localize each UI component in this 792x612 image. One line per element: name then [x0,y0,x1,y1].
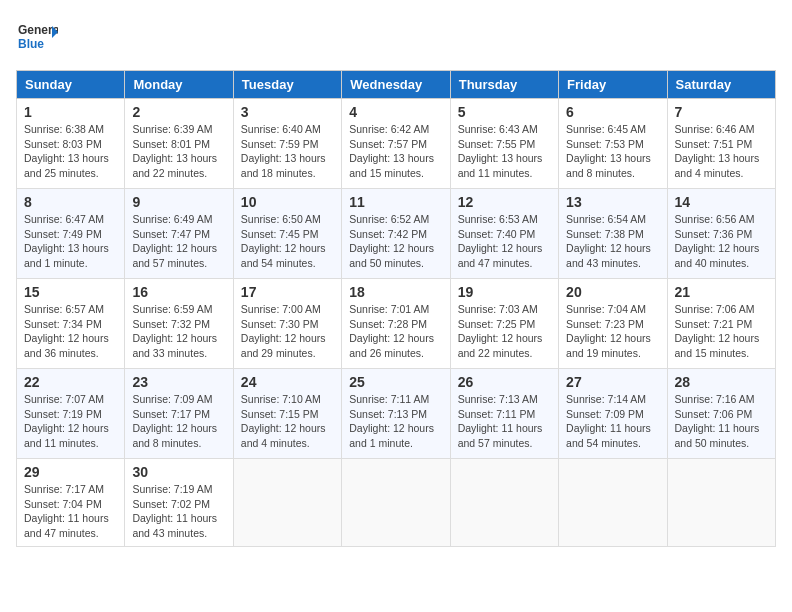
day-content: Sunrise: 6:45 AMSunset: 7:53 PMDaylight:… [566,123,651,179]
calendar-week-row: 22Sunrise: 7:07 AMSunset: 7:19 PMDayligh… [17,369,776,459]
calendar-cell: 19Sunrise: 7:03 AMSunset: 7:25 PMDayligh… [450,279,558,369]
page-header: General Blue [16,16,776,58]
day-content: Sunrise: 7:01 AMSunset: 7:28 PMDaylight:… [349,303,434,359]
day-content: Sunrise: 6:56 AMSunset: 7:36 PMDaylight:… [675,213,760,269]
calendar-cell: 26Sunrise: 7:13 AMSunset: 7:11 PMDayligh… [450,369,558,459]
calendar-cell [559,459,667,547]
calendar-cell: 5Sunrise: 6:43 AMSunset: 7:55 PMDaylight… [450,99,558,189]
day-content: Sunrise: 7:03 AMSunset: 7:25 PMDaylight:… [458,303,543,359]
calendar-cell: 4Sunrise: 6:42 AMSunset: 7:57 PMDaylight… [342,99,450,189]
day-content: Sunrise: 7:14 AMSunset: 7:09 PMDaylight:… [566,393,651,449]
calendar-cell: 20Sunrise: 7:04 AMSunset: 7:23 PMDayligh… [559,279,667,369]
day-content: Sunrise: 6:47 AMSunset: 7:49 PMDaylight:… [24,213,109,269]
day-number: 21 [675,284,768,300]
calendar-cell: 7Sunrise: 6:46 AMSunset: 7:51 PMDaylight… [667,99,775,189]
day-content: Sunrise: 6:57 AMSunset: 7:34 PMDaylight:… [24,303,109,359]
weekday-header-row: SundayMondayTuesdayWednesdayThursdayFrid… [17,71,776,99]
weekday-header: Friday [559,71,667,99]
day-number: 29 [24,464,117,480]
weekday-header: Wednesday [342,71,450,99]
calendar-week-row: 1Sunrise: 6:38 AMSunset: 8:03 PMDaylight… [17,99,776,189]
calendar-cell: 17Sunrise: 7:00 AMSunset: 7:30 PMDayligh… [233,279,341,369]
day-content: Sunrise: 7:16 AMSunset: 7:06 PMDaylight:… [675,393,760,449]
day-content: Sunrise: 6:53 AMSunset: 7:40 PMDaylight:… [458,213,543,269]
calendar-cell: 12Sunrise: 6:53 AMSunset: 7:40 PMDayligh… [450,189,558,279]
calendar-cell: 9Sunrise: 6:49 AMSunset: 7:47 PMDaylight… [125,189,233,279]
calendar-cell: 16Sunrise: 6:59 AMSunset: 7:32 PMDayligh… [125,279,233,369]
day-number: 9 [132,194,225,210]
calendar-cell: 21Sunrise: 7:06 AMSunset: 7:21 PMDayligh… [667,279,775,369]
calendar-cell: 13Sunrise: 6:54 AMSunset: 7:38 PMDayligh… [559,189,667,279]
day-number: 4 [349,104,442,120]
weekday-header: Thursday [450,71,558,99]
calendar-cell [667,459,775,547]
calendar-cell: 14Sunrise: 6:56 AMSunset: 7:36 PMDayligh… [667,189,775,279]
day-number: 15 [24,284,117,300]
day-content: Sunrise: 6:38 AMSunset: 8:03 PMDaylight:… [24,123,109,179]
calendar-cell: 30Sunrise: 7:19 AMSunset: 7:02 PMDayligh… [125,459,233,547]
day-content: Sunrise: 6:59 AMSunset: 7:32 PMDaylight:… [132,303,217,359]
day-content: Sunrise: 6:52 AMSunset: 7:42 PMDaylight:… [349,213,434,269]
calendar-cell [342,459,450,547]
day-number: 11 [349,194,442,210]
day-number: 14 [675,194,768,210]
day-number: 1 [24,104,117,120]
day-content: Sunrise: 7:06 AMSunset: 7:21 PMDaylight:… [675,303,760,359]
day-number: 19 [458,284,551,300]
day-content: Sunrise: 6:40 AMSunset: 7:59 PMDaylight:… [241,123,326,179]
day-number: 16 [132,284,225,300]
day-content: Sunrise: 6:43 AMSunset: 7:55 PMDaylight:… [458,123,543,179]
day-content: Sunrise: 7:00 AMSunset: 7:30 PMDaylight:… [241,303,326,359]
calendar-cell: 23Sunrise: 7:09 AMSunset: 7:17 PMDayligh… [125,369,233,459]
day-content: Sunrise: 7:07 AMSunset: 7:19 PMDaylight:… [24,393,109,449]
logo: General Blue [16,16,58,58]
day-number: 6 [566,104,659,120]
svg-text:Blue: Blue [18,37,44,51]
day-number: 18 [349,284,442,300]
day-content: Sunrise: 7:19 AMSunset: 7:02 PMDaylight:… [132,483,217,539]
day-number: 25 [349,374,442,390]
day-number: 12 [458,194,551,210]
day-number: 30 [132,464,225,480]
day-content: Sunrise: 7:09 AMSunset: 7:17 PMDaylight:… [132,393,217,449]
calendar-cell: 27Sunrise: 7:14 AMSunset: 7:09 PMDayligh… [559,369,667,459]
day-number: 22 [24,374,117,390]
calendar-cell: 3Sunrise: 6:40 AMSunset: 7:59 PMDaylight… [233,99,341,189]
calendar-cell: 11Sunrise: 6:52 AMSunset: 7:42 PMDayligh… [342,189,450,279]
day-number: 26 [458,374,551,390]
calendar-table: SundayMondayTuesdayWednesdayThursdayFrid… [16,70,776,547]
day-number: 5 [458,104,551,120]
day-number: 3 [241,104,334,120]
calendar-cell: 15Sunrise: 6:57 AMSunset: 7:34 PMDayligh… [17,279,125,369]
day-content: Sunrise: 7:13 AMSunset: 7:11 PMDaylight:… [458,393,543,449]
day-number: 2 [132,104,225,120]
day-content: Sunrise: 6:42 AMSunset: 7:57 PMDaylight:… [349,123,434,179]
day-number: 24 [241,374,334,390]
day-number: 7 [675,104,768,120]
logo-svg: General Blue [16,16,58,58]
calendar-week-row: 8Sunrise: 6:47 AMSunset: 7:49 PMDaylight… [17,189,776,279]
calendar-cell: 25Sunrise: 7:11 AMSunset: 7:13 PMDayligh… [342,369,450,459]
day-number: 10 [241,194,334,210]
day-number: 20 [566,284,659,300]
day-content: Sunrise: 6:39 AMSunset: 8:01 PMDaylight:… [132,123,217,179]
weekday-header: Sunday [17,71,125,99]
day-number: 28 [675,374,768,390]
calendar-cell: 24Sunrise: 7:10 AMSunset: 7:15 PMDayligh… [233,369,341,459]
weekday-header: Saturday [667,71,775,99]
day-number: 17 [241,284,334,300]
day-number: 13 [566,194,659,210]
day-content: Sunrise: 6:50 AMSunset: 7:45 PMDaylight:… [241,213,326,269]
day-content: Sunrise: 7:04 AMSunset: 7:23 PMDaylight:… [566,303,651,359]
calendar-cell: 10Sunrise: 6:50 AMSunset: 7:45 PMDayligh… [233,189,341,279]
day-content: Sunrise: 6:54 AMSunset: 7:38 PMDaylight:… [566,213,651,269]
calendar-cell: 8Sunrise: 6:47 AMSunset: 7:49 PMDaylight… [17,189,125,279]
day-content: Sunrise: 6:46 AMSunset: 7:51 PMDaylight:… [675,123,760,179]
calendar-cell [450,459,558,547]
calendar-cell: 22Sunrise: 7:07 AMSunset: 7:19 PMDayligh… [17,369,125,459]
calendar-week-row: 15Sunrise: 6:57 AMSunset: 7:34 PMDayligh… [17,279,776,369]
calendar-cell [233,459,341,547]
day-content: Sunrise: 7:10 AMSunset: 7:15 PMDaylight:… [241,393,326,449]
day-content: Sunrise: 7:17 AMSunset: 7:04 PMDaylight:… [24,483,109,539]
calendar-cell: 6Sunrise: 6:45 AMSunset: 7:53 PMDaylight… [559,99,667,189]
